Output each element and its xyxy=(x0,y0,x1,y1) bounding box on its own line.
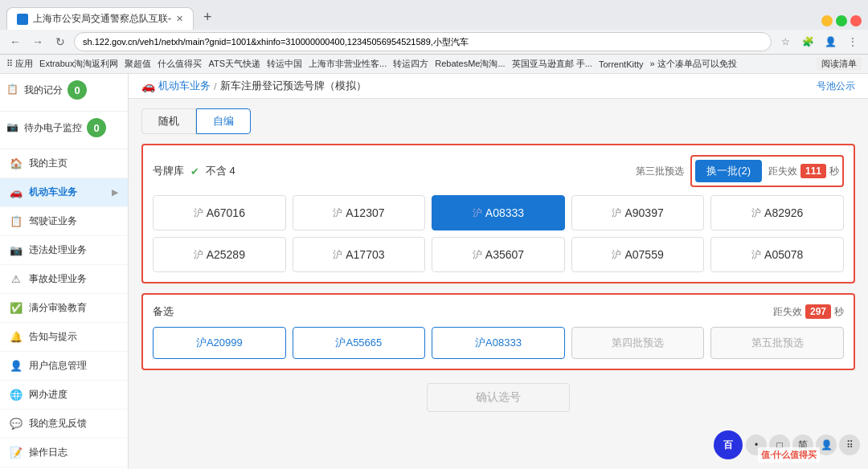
confirm-section: 确认选号 xyxy=(141,383,855,412)
sidebar-item-online[interactable]: 🌐 网办进度 xyxy=(0,381,128,410)
feedback-icon: 💬 xyxy=(10,418,23,430)
plate-item-9[interactable]: 沪 A05078 xyxy=(710,237,844,272)
sidebar-item-label: 操作日志 xyxy=(29,446,68,459)
sidebar-item-license[interactable]: 📋 驾驶证业务 xyxy=(0,207,128,236)
plate-item-2[interactable]: 沪 A08333 xyxy=(432,195,565,230)
content-area: 🚗 机动车业务 / 新车注册登记预选号牌（模拟） 号池公示 随机 自编 号牌库 … xyxy=(129,74,868,469)
tab-custom[interactable]: 自编 xyxy=(196,108,251,134)
tab-title: 上海市公安局交通警察总队互联- xyxy=(33,12,171,26)
bookmark-button[interactable]: ☆ xyxy=(776,33,794,51)
sidebar-item-education[interactable]: ✅ 满分审验教育 xyxy=(0,294,128,323)
plate-item-1[interactable]: 沪 A12307 xyxy=(293,195,426,230)
tab-close-icon[interactable]: ✕ xyxy=(176,14,183,24)
plate-section-title: 号牌库 ✔ 不含 4 xyxy=(153,164,235,178)
reserve-title: 备选 xyxy=(153,304,174,319)
user-icon: 👤 xyxy=(10,360,23,373)
sidebar-item-home[interactable]: 🏠 我的主页 xyxy=(0,149,128,178)
bookmark-ats[interactable]: ATS天气快递 xyxy=(208,58,260,70)
profile-button[interactable]: 👤 xyxy=(821,33,839,51)
bookmark-juchao[interactable]: 聚超值 xyxy=(125,58,151,70)
baidu-icon[interactable]: 百 xyxy=(714,430,743,459)
bookmark-zy4[interactable]: 转运四方 xyxy=(393,58,428,70)
bookmark-extrabux[interactable]: Extrabux淘淘返利网 xyxy=(39,58,118,70)
sidebar-item-violation[interactable]: 📷 违法处理业务 xyxy=(0,236,128,265)
new-tab-button[interactable]: + xyxy=(195,5,220,30)
plate-prefix: 沪 xyxy=(612,248,621,262)
sidebar-item-label: 满分审验教育 xyxy=(29,301,87,315)
reserve-countdown: 距失效 297 秒 xyxy=(773,304,844,319)
bookmark-zhuanyun[interactable]: 转运中国 xyxy=(267,58,302,70)
plate-item-3[interactable]: 沪 A90397 xyxy=(571,195,705,230)
sidebar-item-userinfo[interactable]: 👤 用户信息管理 xyxy=(0,352,128,381)
sidebar-item-accident[interactable]: ⚠ 事故处理业务 xyxy=(0,265,128,294)
switch-batch-button[interactable]: 换一批(2) xyxy=(695,160,762,182)
minimize-button[interactable] xyxy=(821,15,833,27)
bookmark-reader[interactable]: 阅读清单 xyxy=(817,57,862,71)
plate-item-4[interactable]: 沪 A82926 xyxy=(710,195,844,230)
sidebar-item-vehicle[interactable]: 🚗 机动车业务 ▶ xyxy=(0,178,128,207)
sidebar-item-label: 我的意见反馈 xyxy=(29,417,87,430)
menu-button[interactable]: ⋮ xyxy=(844,33,862,51)
countdown-prefix: 距失效 xyxy=(768,165,797,178)
pool-public-link[interactable]: 号池公示 xyxy=(817,80,855,93)
sidebar-item-notice[interactable]: 🔔 告知与提示 xyxy=(0,323,128,352)
bookmark-torrent[interactable]: TorrentKitty xyxy=(599,59,644,69)
plate-number: A07559 xyxy=(624,248,663,261)
sidebar-item-feedback[interactable]: 💬 我的意见反馈 xyxy=(0,410,128,438)
plate-item-6[interactable]: 沪 A17703 xyxy=(293,237,426,272)
score-section: 📋 我的记分 0 xyxy=(0,74,128,112)
monitor-label: 待办电子监控 xyxy=(24,121,82,135)
plate-item-8[interactable]: 沪 A07559 xyxy=(571,237,705,272)
breadcrumb-vehicle-icon: 🚗 xyxy=(141,80,155,92)
breadcrumb-link[interactable]: 机动车业务 xyxy=(158,79,211,93)
close-button[interactable] xyxy=(850,15,862,27)
check-label: 不含 4 xyxy=(206,164,235,178)
forward-button[interactable]: → xyxy=(29,33,47,51)
browser-chrome: 上海市公安局交通警察总队互联- ✕ + ← → ↻ ☆ 🧩 👤 ⋮ ⠿ 应用 E… xyxy=(0,0,868,74)
tab-bar: 随机 自编 xyxy=(141,108,855,134)
monitor-badge: 0 xyxy=(87,118,106,137)
countdown-value: 111 xyxy=(800,164,826,178)
score-icon: 📋 xyxy=(6,84,19,96)
plate-item-0[interactable]: 沪 A67016 xyxy=(153,195,286,230)
accident-icon: ⚠ xyxy=(10,273,23,286)
license-icon: 📋 xyxy=(10,215,23,228)
tab-random[interactable]: 随机 xyxy=(141,108,196,134)
countdown-unit: 秒 xyxy=(829,165,839,178)
reserve-countdown-prefix: 距失效 xyxy=(773,305,802,319)
extension-button[interactable]: 🧩 xyxy=(799,33,817,51)
reserve-item-2[interactable]: 沪A08333 xyxy=(432,327,565,359)
address-bar[interactable] xyxy=(74,32,772,51)
maximize-button[interactable] xyxy=(836,15,847,27)
reserve-countdown-value: 297 xyxy=(805,304,831,319)
plate-number: A67016 xyxy=(207,206,245,219)
plate-grid: 沪 A67016 沪 A12307 沪 A08333 沪 A90397 xyxy=(153,195,844,272)
sidebar-item-oplog[interactable]: 📝 操作日志 xyxy=(0,438,128,467)
plate-item-7[interactable]: 沪 A35607 xyxy=(432,237,565,272)
chevron-right-icon: ▶ xyxy=(112,188,118,197)
back-button[interactable]: ← xyxy=(6,33,24,51)
reserve-item-0[interactable]: 沪A20999 xyxy=(153,327,286,359)
score-label: 我的记分 xyxy=(24,84,63,97)
reserve-grid: 沪A20999 沪A55665 沪A08333 第四批预选 第五批预选 xyxy=(153,327,844,359)
confirm-button[interactable]: 确认选号 xyxy=(427,383,570,412)
bookmark-sh[interactable]: 上海市非营业性客... xyxy=(309,58,387,70)
sidebar-item-label: 违法处理业务 xyxy=(29,243,87,257)
bookmark-coupon[interactable]: » 这个凑单品可以免投 xyxy=(650,58,737,70)
bookmark-apps[interactable]: ⠿ 应用 xyxy=(6,58,33,70)
bookmark-amazon[interactable]: 英国亚马逊直邮 手... xyxy=(512,58,592,70)
bookmarks-bar: ⠿ 应用 Extrabux淘淘返利网 聚超值 什么值得买 ATS天气快递 转运中… xyxy=(0,55,868,74)
plate-number: A12307 xyxy=(346,206,384,219)
plate-prefix: 沪 xyxy=(751,248,761,262)
plate-number: A35607 xyxy=(485,248,524,261)
bookmark-smzdb[interactable]: 什么值得买 xyxy=(158,58,202,70)
refresh-button[interactable]: ↻ xyxy=(51,33,69,51)
tool-more-icon[interactable]: ⠿ xyxy=(839,434,860,455)
online-icon: 🌐 xyxy=(10,389,23,402)
browser-tab[interactable]: 上海市公安局交通警察总队互联- ✕ xyxy=(6,7,194,30)
reserve-item-1[interactable]: 沪A55665 xyxy=(293,327,426,359)
plate-item-5[interactable]: 沪 A25289 xyxy=(153,237,286,272)
bookmark-rebates[interactable]: RebatesMe淘淘... xyxy=(435,58,505,70)
plate-library-label: 号牌库 xyxy=(153,164,184,178)
sidebar: 📋 我的记分 0 📷 待办电子监控 0 🏠 我的主页 🚗 机动车业务 ▶ xyxy=(0,74,129,469)
